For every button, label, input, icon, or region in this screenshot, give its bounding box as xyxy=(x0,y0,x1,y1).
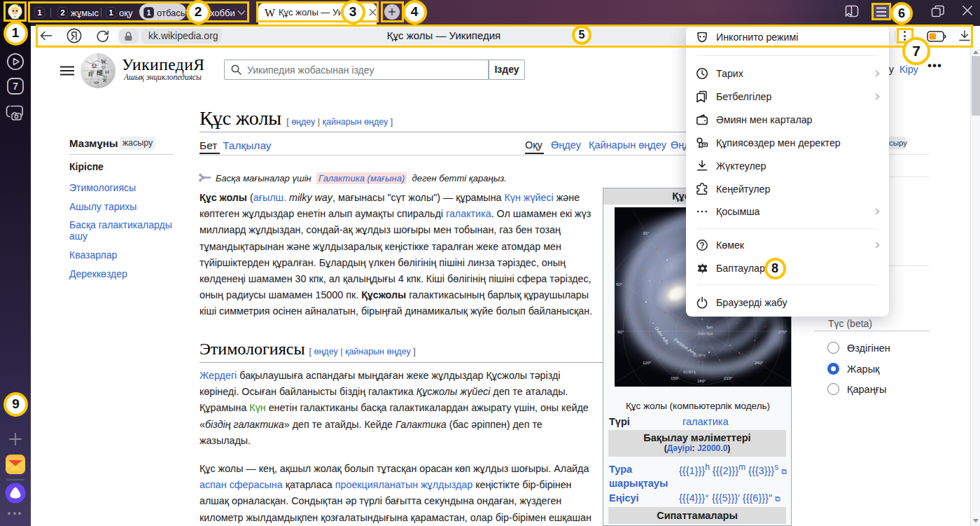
svg-text:维: 维 xyxy=(96,69,103,76)
svg-text:10,000 ly: 10,000 ly xyxy=(693,354,706,357)
svg-text:180°: 180° xyxy=(697,379,706,383)
svg-text:60°: 60° xyxy=(616,282,623,286)
svg-text:150°: 150° xyxy=(671,376,680,380)
svg-text:30,000 ly: 30,000 ly xyxy=(683,371,696,374)
svg-text:ω: ω xyxy=(105,69,109,75)
svg-text:210°: 210° xyxy=(724,376,733,380)
svg-text:Orion Spur: Orion Spur xyxy=(698,332,713,335)
svg-text:270°: 270° xyxy=(778,330,788,334)
svg-text:W: W xyxy=(101,59,106,65)
svg-text:240°: 240° xyxy=(755,361,764,365)
svg-text:30°: 30° xyxy=(643,231,650,235)
svg-text:Sun: Sun xyxy=(706,325,713,329)
svg-text:120°: 120° xyxy=(643,361,652,365)
svg-text:Ω: Ω xyxy=(92,62,97,69)
svg-text:90°: 90° xyxy=(617,330,624,334)
svg-text:ت: ت xyxy=(94,78,99,85)
svg-text:7: 7 xyxy=(13,81,18,92)
